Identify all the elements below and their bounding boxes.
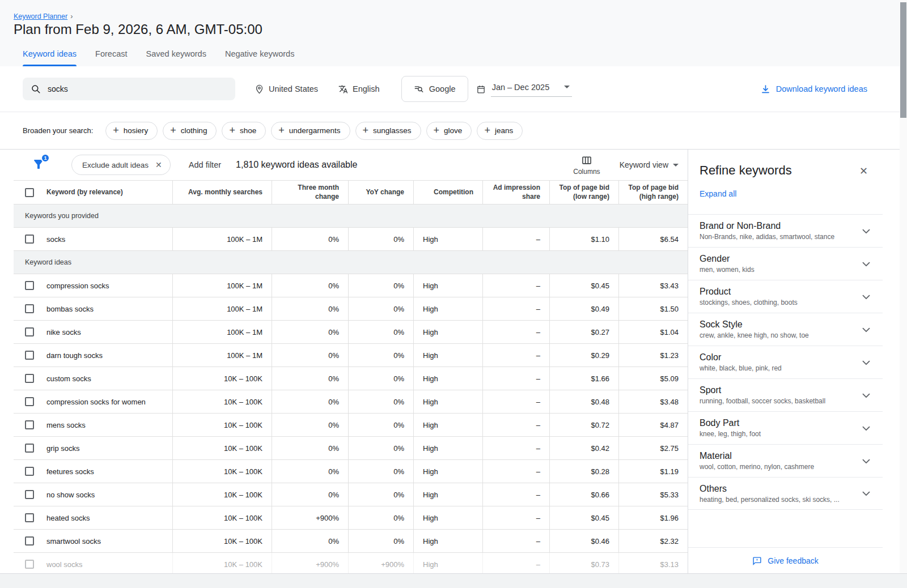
row-checkbox[interactable]	[25, 467, 34, 476]
table-row-compression-socks[interactable]: compression socks100K – 1M0%0%High–$0.45…	[14, 274, 688, 297]
column-header-competition[interactable]: Competition	[413, 181, 482, 204]
vertical-scrollbar[interactable]	[900, 0, 907, 573]
scrollbar-thumb[interactable]	[900, 2, 906, 118]
tab-keyword-ideas[interactable]: Keyword ideas	[23, 49, 77, 66]
table-row-heated-socks[interactable]: heated socks10K – 100K+900%0%High–$0.45$…	[14, 506, 688, 530]
avg-monthly-searches-cell: 100K – 1M	[172, 274, 272, 297]
chevron-down-icon[interactable]	[860, 422, 872, 434]
tab-saved-keywords[interactable]: Saved keywords	[146, 49, 206, 66]
broaden-chip-glove[interactable]: +glove	[426, 122, 472, 140]
keyword-label: compression socks	[46, 282, 109, 290]
table-row-wool-socks[interactable]: wool socks10K – 100K+900%+900%High–$0.73…	[14, 553, 688, 573]
table-row-compression-socks-for-women[interactable]: compression socks for women10K – 100K0%0…	[14, 390, 688, 414]
refine-section-body-part[interactable]: Body Partknee, leg, thigh, foot	[688, 411, 883, 444]
row-checkbox[interactable]	[25, 420, 34, 429]
select-all-checkbox[interactable]	[25, 188, 34, 197]
refine-section-color[interactable]: Colorwhite, black, blue, pink, red	[688, 346, 883, 378]
refine-section-sock-style[interactable]: Sock Stylecrew, ankle, knee high, no sho…	[688, 313, 883, 346]
competition-cell: High	[413, 414, 482, 436]
top-bid-high-cell: $2.32	[618, 530, 688, 552]
chevron-down-icon[interactable]	[860, 487, 872, 500]
date-range-selector[interactable]: Jan – Dec 2025	[476, 82, 573, 97]
top-bid-high-cell: $3.48	[618, 390, 688, 413]
remove-filter-icon[interactable]: ✕	[155, 160, 162, 169]
filter-button[interactable]: 1	[32, 157, 46, 172]
column-header-ad-impression-share[interactable]: Ad impression share	[482, 181, 549, 204]
table-row-darn-tough-socks[interactable]: darn tough socks100K – 1M0%0%High–$0.29$…	[14, 344, 688, 367]
table-row-feetures-socks[interactable]: feetures socks10K – 100K0%0%High–$0.28$1…	[14, 460, 688, 483]
chevron-down-icon[interactable]	[860, 291, 872, 303]
chevron-down-icon[interactable]	[860, 356, 872, 369]
close-icon[interactable]: ✕	[859, 165, 868, 177]
network-selector[interactable]: Google	[401, 76, 468, 102]
filter-chip-exclude-adult-ideas[interactable]: Exclude adult ideas ✕	[71, 155, 171, 175]
competition-cell: High	[413, 506, 482, 529]
give-feedback-button[interactable]: Give feedback	[688, 547, 883, 573]
table-row-nike-socks[interactable]: nike socks100K – 1M0%0%High–$0.27$1.04	[14, 321, 688, 344]
broaden-chip-undergarments[interactable]: +undergarments	[271, 122, 350, 140]
row-checkbox[interactable]	[25, 327, 34, 336]
plus-icon: +	[229, 125, 235, 135]
table-row-smartwool-socks[interactable]: smartwool socks10K – 100K0%0%High–$0.46$…	[14, 530, 688, 553]
yoy-change-cell: 0%	[348, 228, 413, 250]
add-filter-button[interactable]: Add filter	[189, 160, 221, 169]
chevron-down-icon[interactable]	[860, 225, 872, 237]
refine-section-product[interactable]: Productstockings, shoes, clothing, boots	[688, 280, 883, 313]
row-checkbox[interactable]	[25, 560, 34, 569]
columns-button[interactable]: Columns	[573, 155, 600, 176]
chevron-down-icon[interactable]	[860, 455, 872, 467]
row-checkbox[interactable]	[25, 397, 34, 406]
keyword-search-input[interactable]: socks	[23, 78, 235, 100]
broaden-chip-jeans[interactable]: +jeans	[477, 122, 523, 140]
column-header-top-bid-high[interactable]: Top of page bid (high range)	[618, 181, 688, 204]
refine-section-material[interactable]: Materialwool, cotton, merino, nylon, cas…	[688, 444, 883, 477]
broaden-chip-sunglasses[interactable]: +sunglasses	[355, 122, 421, 140]
table-row-no-show-socks[interactable]: no show socks10K – 100K0%0%High–$0.66$5.…	[14, 483, 688, 506]
top-bid-high-cell: $1.50	[618, 297, 688, 320]
column-header-three-month-change[interactable]: Three month change	[272, 181, 348, 204]
refine-section-subtitle: stockings, shoes, clothing, boots	[700, 299, 860, 306]
column-header-keyword[interactable]: Keyword (by relevance)	[46, 188, 123, 197]
ad-impression-share-cell: –	[482, 530, 549, 552]
table-row-custom-socks[interactable]: custom socks10K – 100K0%0%High–$1.66$5.0…	[14, 367, 688, 390]
row-checkbox[interactable]	[25, 536, 34, 546]
language-selector[interactable]: English	[338, 84, 380, 94]
broaden-label: Broaden your search:	[23, 126, 93, 135]
breadcrumb-link[interactable]: Keyword Planner	[14, 12, 67, 20]
broaden-chip-clothing[interactable]: +clothing	[163, 122, 217, 140]
three-month-change-cell: 0%	[272, 530, 348, 552]
column-header-avg-monthly-searches[interactable]: Avg. monthly searches	[172, 181, 272, 204]
row-checkbox[interactable]	[25, 281, 34, 290]
row-checkbox[interactable]	[25, 444, 34, 453]
table-row-grip-socks[interactable]: grip socks10K – 100K0%0%High–$0.42$2.75	[14, 437, 688, 460]
refine-section-brand-or-non-brand[interactable]: Brand or Non-BrandNon-Brands, nike, adid…	[688, 214, 883, 247]
column-header-yoy-change[interactable]: YoY change	[348, 181, 413, 204]
column-header-top-bid-low[interactable]: Top of page bid (low range)	[549, 181, 618, 204]
refine-section-gender[interactable]: Gendermen, women, kids	[688, 247, 883, 280]
download-keyword-ideas-button[interactable]: Download keyword ideas	[760, 84, 867, 95]
row-checkbox[interactable]	[25, 304, 34, 313]
expand-all-button[interactable]: Expand all	[700, 189, 736, 198]
row-checkbox[interactable]	[25, 374, 34, 383]
broaden-chip-shoe[interactable]: +shoe	[222, 122, 266, 140]
row-checkbox[interactable]	[25, 490, 34, 499]
row-checkbox[interactable]	[25, 235, 34, 244]
tab-forecast[interactable]: Forecast	[95, 49, 127, 66]
refine-section-sport[interactable]: Sportrunning, football, soccer socks, ba…	[688, 378, 883, 411]
table-row-mens-socks[interactable]: mens socks10K – 100K0%0%High–$0.72$4.87	[14, 414, 688, 437]
broaden-chip-hosiery[interactable]: +hosiery	[105, 122, 158, 140]
refine-section-subtitle: running, football, soccer socks, basketb…	[700, 397, 860, 405]
chevron-down-icon[interactable]	[860, 323, 872, 336]
chevron-down-icon[interactable]	[860, 389, 872, 402]
chevron-down-icon[interactable]	[860, 258, 872, 270]
row-checkbox[interactable]	[25, 351, 34, 360]
row-checkbox[interactable]	[25, 513, 34, 522]
location-selector[interactable]: United States	[255, 84, 318, 94]
top-bid-low-cell: $0.49	[549, 297, 618, 320]
tab-negative-keywords[interactable]: Negative keywords	[225, 49, 295, 66]
table-row-socks[interactable]: socks100K – 1M0%0%High–$1.10$6.54	[14, 228, 688, 251]
refine-section-others[interactable]: Othersheating, bed, personalized socks, …	[688, 477, 883, 510]
keyword-cell: wool socks	[14, 553, 172, 573]
keyword-view-selector[interactable]: Keyword view	[620, 160, 679, 169]
table-row-bombas-socks[interactable]: bombas socks100K – 1M0%0%High–$0.49$1.50	[14, 297, 688, 321]
